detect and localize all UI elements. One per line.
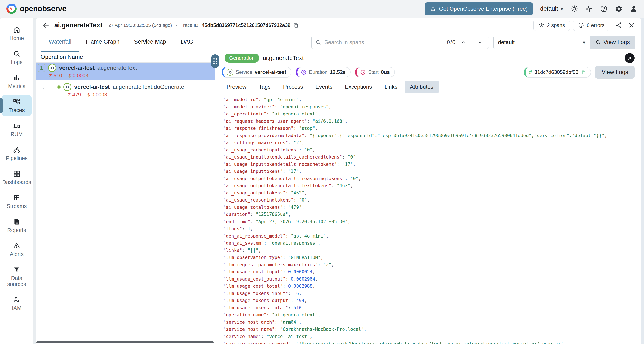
- sidebar-item-traces[interactable]: Traces: [2, 95, 32, 116]
- sidebar-item-data-sources[interactable]: Data sources: [2, 263, 32, 290]
- span-detail-panel: Generation ai.generateText Service verce…: [215, 52, 641, 344]
- attribute-line: "end_time": "Apr 27, 2026 19:20:45.102 +…: [223, 218, 639, 226]
- streams-icon: [13, 194, 20, 201]
- tab-preview[interactable]: Preview: [222, 81, 252, 93]
- trace-timestamp: 27 Apr 19:20:32:585 (54s ago): [108, 23, 172, 28]
- org-selector[interactable]: default ▾: [540, 5, 563, 12]
- help-icon[interactable]: [600, 5, 608, 13]
- tab-process[interactable]: Process: [278, 81, 308, 93]
- attribute-line: "ai_response_providermetadata": "{"opena…: [223, 132, 639, 139]
- sidebar-item-reports[interactable]: Reports: [2, 215, 32, 236]
- view-logs-button[interactable]: View Logs: [590, 36, 636, 49]
- operation-name-header: Operation Name: [36, 52, 215, 63]
- openobserve-logo: openobserve: [6, 4, 66, 14]
- hash-icon: #: [529, 69, 532, 76]
- span-row-child[interactable]: vercel-ai-test ai.generateText.doGenerat…: [36, 80, 215, 99]
- span-service-name: vercel-ai-test: [74, 84, 110, 90]
- tab-waterfall[interactable]: Waterfall: [42, 33, 79, 52]
- span-detail-header: Generation ai.generateText: [215, 52, 641, 64]
- tree-connector: [43, 77, 53, 89]
- close-icon[interactable]: [628, 22, 634, 29]
- attribute-line: "ai_usage_outputtokendetails_texttokens"…: [223, 182, 639, 190]
- tokens-sigma-icon: Σ: [68, 92, 71, 97]
- attribute-line: "gen_ai_system": "openai.responses",: [223, 240, 639, 247]
- top-app-bar: openobserve Get OpenObserve Enterprise (…: [0, 0, 644, 18]
- user-profile-icon[interactable]: [630, 5, 638, 13]
- spans-count-badge: 2 spans: [534, 20, 570, 31]
- sidebar-nav: Home Logs Metrics Traces RUM Pipelines D…: [0, 18, 33, 344]
- copy-icon[interactable]: [581, 70, 586, 75]
- divider: [472, 39, 472, 46]
- attribute-line: "operation_name": "ai.generateText",: [223, 311, 639, 319]
- sidebar-item-pipelines[interactable]: Pipelines: [2, 143, 32, 164]
- spans-hub-icon: [538, 22, 544, 28]
- clock-icon: [301, 69, 306, 75]
- tab-attributes[interactable]: Attributes: [405, 81, 438, 93]
- devices-icon: [13, 122, 20, 129]
- sidebar-item-metrics[interactable]: Metrics: [2, 71, 32, 92]
- attribute-line: "flags": 1,: [223, 225, 639, 233]
- attribute-line: "ai_usage_outputtokendetails_reasoningto…: [223, 175, 639, 183]
- horizontal-scrollbar[interactable]: [36, 341, 214, 343]
- theme-toggle-icon[interactable]: [570, 5, 578, 13]
- sidebar-item-alerts[interactable]: Alerts: [2, 239, 32, 260]
- span-usage-stats: Σ510 $0.0003: [49, 73, 215, 79]
- sidebar-item-streams[interactable]: Streams: [2, 191, 32, 212]
- settings-gear-icon[interactable]: [615, 5, 622, 13]
- chevron-down-icon[interactable]: [476, 40, 485, 45]
- stream-selector[interactable]: default ▾: [494, 36, 590, 49]
- dashboards-icon: [13, 170, 20, 177]
- sidebar-item-dashboards[interactable]: Dashboards: [2, 167, 32, 188]
- span-operation-name: ai.generateText: [98, 65, 137, 71]
- attribute-line: "gen_ai_response_model": "gpt-4o-mini",: [223, 233, 639, 240]
- tab-service-map[interactable]: Service Map: [127, 33, 174, 52]
- page-scrollbar[interactable]: [641, 18, 644, 344]
- active-indicator: [0, 98, 2, 113]
- service-chip: Service vercel-ai-test: [222, 67, 292, 78]
- openobserve-logo-icon: [6, 4, 17, 14]
- trace-id-label: Trace ID:: [180, 23, 200, 28]
- logo-text: openobserve: [20, 4, 66, 13]
- panel-resize-handle[interactable]: [211, 54, 219, 68]
- tab-dag[interactable]: DAG: [174, 33, 200, 52]
- back-arrow-icon[interactable]: [42, 22, 50, 29]
- span-row-root[interactable]: 1 vercel-ai-test ai.generateText Σ510 $0…: [36, 63, 215, 80]
- search-match-count: 0/0: [447, 39, 456, 46]
- drag-dots-icon: [214, 58, 217, 64]
- attribute-line: "ai_request_headers_user_agent": "ai/6.0…: [223, 118, 639, 125]
- close-detail-button[interactable]: [625, 53, 634, 63]
- attribute-line: "service_host_name": "Gorakhnaths-MacBoo…: [223, 326, 639, 333]
- attribute-line: "service_host_arch": "arm64",: [223, 319, 639, 326]
- tab-events[interactable]: Events: [310, 81, 338, 93]
- view-logs-button[interactable]: View Logs: [595, 66, 634, 79]
- tab-links[interactable]: Links: [379, 81, 402, 93]
- search-icon: [595, 40, 601, 45]
- attribute-line: "ai_usage_outputtokens": "462",: [223, 190, 639, 197]
- tab-flame-graph[interactable]: Flame Graph: [79, 33, 127, 52]
- chevron-up-icon[interactable]: [459, 40, 468, 45]
- chevron-down-icon: ▾: [583, 39, 586, 45]
- sidebar-item-rum[interactable]: RUM: [2, 119, 32, 140]
- cost-dollar-icon: $: [69, 73, 71, 78]
- attribute-line: "ai_response_finishreason": "stop",: [223, 125, 639, 132]
- tab-tags[interactable]: Tags: [254, 81, 276, 93]
- collapse-count-badge[interactable]: 1: [38, 64, 45, 72]
- span-operation-name: ai.generateText.doGenerate: [113, 84, 184, 90]
- attribute-line: "ai_usage_inputtokendetails_nocachetoken…: [223, 161, 639, 168]
- attribute-line: "ai_usage_totaltokens": "479",: [223, 204, 639, 211]
- span-detail-tabs: Preview Tags Process Events Exceptions L…: [215, 80, 641, 94]
- attribute-line: "llm_usage_cost_output": 0.0002964,: [223, 276, 639, 283]
- leaf-bullet-icon: [57, 85, 60, 89]
- tab-exceptions[interactable]: Exceptions: [340, 81, 377, 93]
- get-enterprise-button[interactable]: Get OpenObserve Enterprise (Free): [425, 2, 533, 16]
- view-tabs: Waterfall Flame Graph Service Map DAG: [42, 33, 200, 52]
- sidebar-item-logs[interactable]: Logs: [2, 47, 32, 68]
- search-input[interactable]: [324, 39, 444, 46]
- sidebar-item-iam[interactable]: IAM: [2, 293, 32, 314]
- copy-icon[interactable]: [293, 23, 298, 28]
- share-icon[interactable]: [615, 22, 622, 29]
- chevron-down-icon: ▾: [560, 6, 563, 12]
- sidebar-item-home[interactable]: Home: [2, 23, 32, 44]
- slack-icon[interactable]: [586, 5, 593, 13]
- span-meta-chips: Service vercel-ai-test Duration 12.52s: [215, 64, 641, 80]
